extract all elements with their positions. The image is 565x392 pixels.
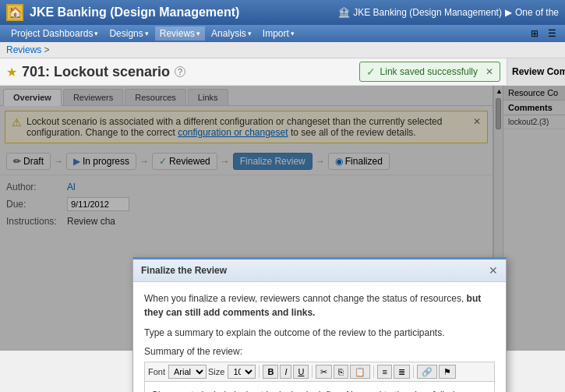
title-bar-icon: 🏦 bbox=[338, 7, 350, 18]
font-select[interactable]: Arial bbox=[168, 365, 207, 379]
menu-reviews-label: Reviews bbox=[160, 28, 195, 39]
menu-analysis-arrow: ▾ bbox=[248, 30, 252, 37]
menu-analysis[interactable]: Analysis ▾ bbox=[207, 26, 256, 41]
main-area: Overview Reviewers Resources Links ⚠ Loc… bbox=[0, 86, 565, 351]
app-icon: 🏠 bbox=[6, 4, 23, 21]
copy-button[interactable]: ⎘ bbox=[334, 365, 348, 379]
modal-title: Finalize the Review bbox=[141, 265, 227, 276]
modal-text-1-pre: When you finalize a review, reviewers ca… bbox=[144, 293, 467, 304]
modal-body: When you finalize a review, reviewers ca… bbox=[133, 282, 506, 392]
menu-designs-arrow: ▾ bbox=[145, 30, 149, 37]
unordered-list-button[interactable]: ≡ bbox=[377, 365, 391, 379]
italic-button[interactable]: I bbox=[280, 365, 291, 379]
summary-text-area[interactable]: Changes to include lockout in design loo… bbox=[144, 382, 495, 392]
title-bar-right-app: JKE Banking (Design Management) bbox=[353, 7, 502, 18]
link-button[interactable]: 🔗 bbox=[417, 365, 437, 379]
title-bar-left: 🏠 JKE Banking (Design Management) bbox=[6, 4, 239, 21]
notification-check-icon: ✓ bbox=[366, 65, 376, 78]
modal-header: Finalize the Review ✕ bbox=[133, 260, 506, 282]
review-star-icon: ★ bbox=[6, 65, 17, 79]
app-title: JKE Banking (Design Management) bbox=[30, 5, 239, 19]
notification-close-button[interactable]: ✕ bbox=[486, 66, 493, 77]
toolbar-divider-2 bbox=[312, 366, 313, 378]
finalize-modal: Finalize the Review ✕ When you finalize … bbox=[132, 257, 507, 392]
modal-overlay: Finalize the Review ✕ When you finalize … bbox=[0, 86, 565, 351]
cut-button[interactable]: ✂ bbox=[316, 365, 332, 379]
modal-text-1: When you finalize a review, reviewers ca… bbox=[144, 291, 495, 320]
notification: ✓ Link saved successfully ✕ bbox=[359, 62, 500, 82]
help-icon[interactable]: ? bbox=[175, 66, 185, 77]
top-right-icons: ⊞ ☰ bbox=[528, 26, 559, 41]
review-com-header: Review Com bbox=[507, 58, 565, 85]
modal-text-2: Type a summary to explain the outcome of… bbox=[144, 326, 495, 340]
modal-close-button[interactable]: ✕ bbox=[489, 264, 498, 277]
toolbar-divider-3 bbox=[373, 366, 374, 378]
menu-designs[interactable]: Designs ▾ bbox=[104, 26, 153, 41]
menu-project-dashboards[interactable]: Project Dashboards ▾ bbox=[6, 26, 103, 41]
menu-analysis-label: Analysis bbox=[211, 28, 246, 39]
size-select[interactable]: 10 bbox=[228, 365, 256, 379]
ordered-list-button[interactable]: ≣ bbox=[394, 365, 410, 379]
page-title-area: ★ 701: Lockout scenario ? bbox=[6, 64, 185, 80]
menu-icon[interactable]: ☰ bbox=[545, 26, 559, 41]
toolbar-divider-1 bbox=[259, 366, 260, 378]
menu-import[interactable]: Import ▾ bbox=[258, 26, 299, 41]
menu-items: Project Dashboards ▾ Designs ▾ Reviews ▾… bbox=[6, 26, 299, 41]
image-button[interactable]: ⚑ bbox=[439, 365, 456, 379]
menu-project-dashboards-label: Project Dashboards bbox=[11, 28, 93, 39]
menu-reviews-arrow: ▾ bbox=[196, 30, 200, 37]
bold-button[interactable]: B bbox=[263, 365, 278, 379]
page-header: ★ 701: Lockout scenario ? bbox=[0, 58, 353, 85]
underline-button[interactable]: U bbox=[293, 365, 309, 379]
right-panel-header-label: Review Com bbox=[512, 66, 565, 77]
paste-button[interactable]: 📋 bbox=[350, 365, 370, 379]
breadcrumb: Reviews > bbox=[0, 42, 565, 58]
modal-toolbar: Font Arial Size 10 B I U ✂ bbox=[144, 362, 495, 382]
font-label: Font bbox=[148, 367, 165, 376]
size-label: Size bbox=[208, 367, 224, 376]
title-bar: 🏠 JKE Banking (Design Management) 🏦 JKE … bbox=[0, 0, 565, 25]
breadcrumb-separator: > bbox=[44, 44, 49, 55]
toolbar-divider-4 bbox=[413, 366, 414, 378]
title-bar-label: One of the bbox=[515, 7, 559, 18]
menu-import-arrow: ▾ bbox=[291, 30, 295, 37]
breadcrumb-reviews[interactable]: Reviews bbox=[6, 44, 41, 55]
menu-import-label: Import bbox=[263, 28, 289, 39]
menu-project-dashboards-arrow: ▾ bbox=[94, 30, 98, 37]
title-bar-right: 🏦 JKE Banking (Design Management) ▶ One … bbox=[338, 7, 559, 18]
menu-bar: Project Dashboards ▾ Designs ▾ Reviews ▾… bbox=[0, 25, 565, 42]
grid-icon[interactable]: ⊞ bbox=[528, 26, 542, 41]
menu-reviews[interactable]: Reviews ▾ bbox=[155, 26, 205, 41]
title-bar-arrow: ▶ bbox=[505, 7, 512, 18]
notification-message: Link saved successfully bbox=[380, 66, 478, 77]
menu-designs-label: Designs bbox=[109, 28, 143, 39]
modal-summary-label: Summary of the review: bbox=[144, 346, 495, 357]
page-title: 701: Lockout scenario bbox=[22, 64, 170, 80]
